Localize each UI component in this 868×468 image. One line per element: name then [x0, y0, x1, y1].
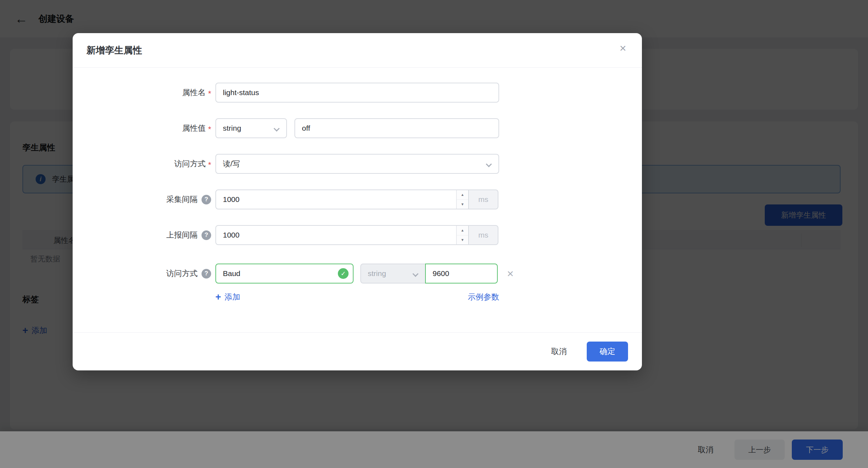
field-label: 采集间隔 ? [73, 194, 211, 205]
field-label: 上报间隔 ? [73, 230, 211, 240]
param-type-selected: string [368, 269, 386, 278]
remove-param-icon[interactable]: × [507, 268, 514, 279]
required-mark: * [208, 125, 211, 134]
required-mark: * [208, 160, 211, 170]
form-row-collect-interval: 采集间隔 ? ▲ ▼ ms [73, 189, 642, 209]
add-param-label: 添加 [225, 292, 240, 302]
required-mark: * [208, 89, 211, 98]
params-label: 访问方式 [166, 268, 198, 279]
form-row-params: 访问方式 ? ✓ string ✓ × [73, 264, 642, 284]
chevron-down-icon [274, 126, 280, 132]
help-icon[interactable]: ? [202, 230, 211, 240]
modal-title: 新增孪生属性 [87, 44, 142, 57]
access-mode-label: 访问方式 [174, 158, 205, 169]
collect-interval-input[interactable] [216, 190, 456, 209]
close-icon[interactable]: × [619, 42, 626, 54]
step-up-icon[interactable]: ▲ [457, 226, 468, 235]
step-down-icon[interactable]: ▼ [457, 200, 468, 209]
unit-addon: ms [468, 225, 498, 245]
attribute-name-input[interactable] [215, 83, 499, 103]
attribute-value-label: 属性值 [182, 123, 205, 134]
screen: ← 创建设备 孪生属性 i 孪生属 新增孪生属性 属性名 暂无数据 标签 + 添… [0, 0, 868, 468]
field-label: 访问方式 ? [73, 268, 211, 279]
param-key-input[interactable] [215, 264, 354, 284]
attribute-value-input[interactable] [294, 118, 499, 138]
access-mode-select[interactable]: 读/写 [215, 154, 499, 174]
example-params-link[interactable]: 示例参数 [468, 292, 499, 302]
attribute-name-label: 属性名 [182, 87, 205, 98]
step-up-icon[interactable]: ▲ [457, 190, 468, 200]
value-type-selected: string [223, 124, 241, 132]
valid-check-icon: ✓ [338, 268, 349, 279]
param-links-row: + 添加 示例参数 [215, 291, 499, 303]
form-row-access-mode: 访问方式 * 读/写 [73, 154, 642, 174]
number-stepper[interactable]: ▲ ▼ [456, 226, 468, 244]
modal-cancel-button[interactable]: 取消 [551, 346, 567, 357]
param-value-input[interactable] [425, 264, 498, 284]
report-interval-input[interactable] [216, 226, 456, 244]
add-twin-attribute-modal: 新增孪生属性 × 属性名 * 属性值 * string [73, 33, 642, 370]
value-type-select[interactable]: string [215, 118, 287, 138]
access-mode-selected: 读/写 [223, 159, 240, 169]
field-label: 属性值 * [73, 123, 211, 134]
modal-ok-button[interactable]: 确定 [587, 342, 628, 362]
step-down-icon[interactable]: ▼ [457, 235, 468, 245]
form-row-attribute-name: 属性名 * [73, 83, 642, 103]
help-icon[interactable]: ? [202, 195, 211, 204]
field-label: 属性名 * [73, 87, 211, 98]
chevron-down-icon [486, 161, 492, 167]
plus-icon: + [215, 292, 221, 302]
add-param-link[interactable]: + 添加 [215, 292, 240, 302]
form-row-report-interval: 上报间隔 ? ▲ ▼ ms [73, 225, 642, 245]
form-row-attribute-value: 属性值 * string [73, 118, 642, 138]
unit-addon: ms [468, 189, 498, 209]
field-label: 访问方式 * [73, 158, 211, 170]
modal-footer: 取消 确定 [73, 332, 642, 370]
report-interval-label: 上报间隔 [166, 230, 198, 240]
collect-interval-label: 采集间隔 [166, 194, 198, 205]
chevron-down-icon [413, 271, 419, 277]
modal-header: 新增孪生属性 × [73, 33, 642, 68]
param-type-select: string [360, 264, 426, 284]
number-stepper[interactable]: ▲ ▼ [456, 190, 468, 209]
help-icon[interactable]: ? [202, 269, 211, 279]
